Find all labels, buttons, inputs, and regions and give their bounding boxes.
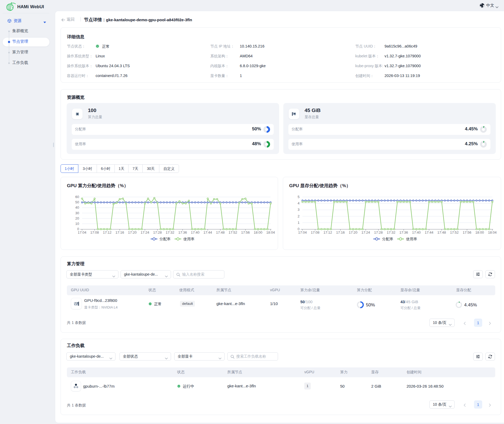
svg-text:17:28: 17:28 xyxy=(374,230,383,234)
svg-text:50: 50 xyxy=(75,200,79,204)
svg-text:3: 3 xyxy=(298,208,300,212)
svg-text:17:44: 17:44 xyxy=(425,230,433,234)
svg-text:17:24: 17:24 xyxy=(361,230,370,234)
svg-text:1: 1 xyxy=(298,221,300,225)
svg-text:分配率: 分配率 xyxy=(382,237,393,241)
svg-text:18:00: 18:00 xyxy=(254,230,262,234)
svg-text:17:12: 17:12 xyxy=(103,230,112,234)
svg-text:0: 0 xyxy=(298,227,300,231)
svg-text:5: 5 xyxy=(298,195,300,199)
svg-text:17:16: 17:16 xyxy=(336,230,345,234)
svg-text:18:04: 18:04 xyxy=(488,230,497,234)
svg-text:2: 2 xyxy=(298,214,300,218)
svg-text:17:40: 17:40 xyxy=(191,230,200,234)
svg-text:17:08: 17:08 xyxy=(90,230,99,234)
svg-text:10: 10 xyxy=(75,222,79,226)
svg-text:60: 60 xyxy=(75,195,79,199)
svg-text:18:04: 18:04 xyxy=(266,230,275,234)
svg-text:分配率: 分配率 xyxy=(160,237,171,241)
svg-text:17:28: 17:28 xyxy=(153,230,162,234)
svg-text:0: 0 xyxy=(77,227,79,231)
svg-text:17:32: 17:32 xyxy=(166,230,174,234)
svg-text:17:24: 17:24 xyxy=(140,230,149,234)
svg-text:17:36: 17:36 xyxy=(178,230,187,234)
svg-text:18:00: 18:00 xyxy=(475,230,484,234)
svg-text:17:20: 17:20 xyxy=(349,230,357,234)
svg-text:17:48: 17:48 xyxy=(216,230,225,234)
svg-text:30: 30 xyxy=(75,211,79,215)
svg-text:17:44: 17:44 xyxy=(203,230,212,234)
svg-text:17:52: 17:52 xyxy=(229,230,237,234)
svg-text:17:48: 17:48 xyxy=(437,230,446,234)
svg-text:17:20: 17:20 xyxy=(128,230,137,234)
svg-text:4: 4 xyxy=(298,201,300,205)
svg-text:使用率: 使用率 xyxy=(406,237,417,241)
svg-text:20: 20 xyxy=(75,216,79,220)
svg-text:17:52: 17:52 xyxy=(450,230,459,234)
svg-text:使用率: 使用率 xyxy=(183,237,195,241)
svg-text:40: 40 xyxy=(75,205,79,209)
svg-text:17:40: 17:40 xyxy=(412,230,421,234)
svg-text:17:16: 17:16 xyxy=(116,230,124,234)
svg-text:17:56: 17:56 xyxy=(241,230,250,234)
svg-text:17:56: 17:56 xyxy=(463,230,471,234)
svg-text:17:32: 17:32 xyxy=(387,230,395,234)
svg-text:17:36: 17:36 xyxy=(399,230,408,234)
svg-text:17:08: 17:08 xyxy=(311,230,319,234)
svg-text:17:12: 17:12 xyxy=(323,230,332,234)
